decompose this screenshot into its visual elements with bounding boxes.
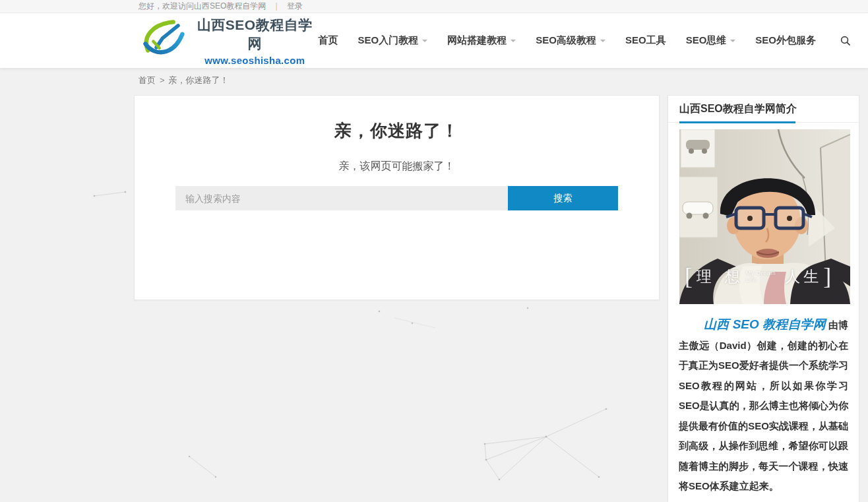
- page: 您好，欢迎访问山西SEO教程自学网｜登录 山西SEO教程自学网: [0, 0, 868, 502]
- chevron-down-icon: [422, 40, 427, 45]
- breadcrumb-separator: >: [160, 75, 165, 85]
- site-logo[interactable]: 山西SEO教程自学网 www.seoshisha.com: [142, 16, 319, 66]
- site-intro-link[interactable]: 山西 SEO 教程自学网: [704, 317, 828, 331]
- nav-item-seo-outsourcing[interactable]: SEO外包服务: [755, 34, 816, 47]
- nav-item-seo-beginner[interactable]: SEO入门教程: [358, 34, 428, 47]
- site-header: 山西SEO教程自学网 www.seoshisha.com 首页 SEO入门教程 …: [0, 13, 868, 68]
- site-logo-icon: [142, 20, 185, 62]
- content-area: 首页>亲，你迷路了！ 亲，你迷路了！ 亲，该网页可能搬家了！ 搜索 山西SEO教…: [0, 68, 868, 502]
- site-intro-text: 由博主傲远（David）创建，创建的初心在于真正为SEO爱好者提供一个系统学习S…: [679, 319, 848, 491]
- topbar: 您好，欢迎访问山西SEO教程自学网｜登录: [0, 0, 868, 13]
- author-photo: [ 理 想 My Dream Life 人生 ]: [679, 129, 850, 304]
- site-logo-text: 山西SEO教程自学网 www.seoshisha.com: [191, 16, 319, 66]
- login-link[interactable]: 登录: [287, 1, 303, 11]
- breadcrumb-home-link[interactable]: 首页: [139, 75, 156, 85]
- nav-item-seo-tools[interactable]: SEO工具: [625, 34, 666, 47]
- search-input[interactable]: [175, 186, 508, 210]
- nav-search-icon[interactable]: [840, 35, 851, 46]
- site-intro-paragraph: 山西 SEO 教程自学网由博主傲远（David）创建，创建的初心在于真正为SEO…: [668, 315, 859, 497]
- site-url: www.seoshisha.com: [191, 55, 319, 66]
- page-subtitle-404: 亲，该网页可能搬家了！: [135, 160, 659, 173]
- topbar-separator: ｜: [272, 1, 280, 11]
- search-form: 搜索: [175, 186, 618, 210]
- topbar-welcome-text: 您好，欢迎访问山西SEO教程自学网: [139, 1, 266, 11]
- nav-item-site-building[interactable]: 网站搭建教程: [447, 34, 516, 47]
- sidebar-title: 山西SEO教程自学网简介: [679, 102, 797, 116]
- breadcrumb-current: 亲，你迷路了！: [169, 75, 229, 85]
- chevron-down-icon: [730, 40, 735, 45]
- search-button[interactable]: 搜索: [508, 186, 618, 210]
- page-title-404: 亲，你迷路了！: [135, 96, 659, 142]
- nav-item-seo-advanced[interactable]: SEO高级教程: [536, 34, 605, 47]
- site-title: 山西SEO教程自学网: [191, 16, 319, 53]
- not-found-card: 亲，你迷路了！ 亲，该网页可能搬家了！ 搜索: [134, 95, 660, 300]
- sidebar-intro-widget: 山西SEO教程自学网简介: [667, 95, 859, 502]
- chevron-down-icon: [600, 40, 605, 45]
- breadcrumb: 首页>亲，你迷路了！: [139, 75, 229, 86]
- nav-item-home[interactable]: 首页: [319, 34, 338, 47]
- sidebar-widget-header: 山西SEO教程自学网简介: [668, 96, 859, 123]
- sidebar-title-underline: [679, 121, 795, 123]
- main-nav: 首页 SEO入门教程 网站搭建教程 SEO高级教程 SEO工具 SEO思维: [319, 34, 851, 47]
- chevron-down-icon: [511, 40, 516, 45]
- nav-item-seo-thinking[interactable]: SEO思维: [686, 34, 736, 47]
